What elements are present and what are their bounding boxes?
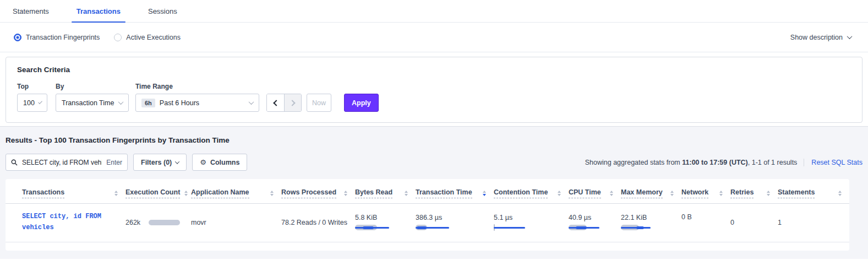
columns-button[interactable]: ⚙ Columns bbox=[192, 154, 247, 171]
radio-unselected-icon bbox=[114, 34, 122, 41]
sort-arrows-icon[interactable] bbox=[610, 191, 613, 196]
radio-selected-icon bbox=[14, 34, 21, 41]
radio-transaction-fingerprints[interactable]: Transaction Fingerprints bbox=[14, 34, 100, 41]
col-header-rows-processed[interactable]: Rows Processed bbox=[281, 179, 355, 204]
chevron-down-icon bbox=[175, 159, 179, 164]
stats-time-range: 11:00 to 17:59 (UTC) bbox=[682, 159, 747, 166]
by-select[interactable]: Transaction Time bbox=[56, 94, 129, 112]
by-select-value: Transaction Time bbox=[62, 99, 114, 107]
radio-active-executions[interactable]: Active Executions bbox=[114, 34, 181, 41]
view-toggle-bar: Transaction Fingerprints Active Executio… bbox=[0, 23, 868, 52]
sort-arrows-icon[interactable] bbox=[184, 191, 188, 196]
show-description-toggle[interactable]: Show description bbox=[790, 34, 851, 41]
results-heading: Results - Top 100 Transaction Fingerprin… bbox=[6, 136, 862, 144]
contention-time-value: 5.1 µs bbox=[494, 214, 561, 221]
search-criteria-title: Search Criteria bbox=[17, 66, 851, 74]
sort-arrows-icon[interactable] bbox=[670, 191, 674, 196]
top-label: Top bbox=[17, 83, 56, 90]
time-nav-group bbox=[266, 94, 302, 112]
sort-arrows-icon[interactable] bbox=[114, 191, 118, 196]
time-range-badge: 6h bbox=[141, 99, 155, 107]
page-tabbar: Statements Transactions Sessions bbox=[0, 0, 868, 23]
show-description-label: Show description bbox=[790, 34, 843, 41]
transactions-table: Transactions Execution Count Application… bbox=[6, 179, 849, 242]
tab-transactions[interactable]: Transactions bbox=[72, 0, 125, 22]
time-range-select[interactable]: 6h Past 6 Hours bbox=[135, 94, 259, 112]
radio-label: Transaction Fingerprints bbox=[26, 34, 100, 41]
max-memory-value: 22.1 KiB bbox=[621, 214, 674, 221]
contention-time-bar bbox=[494, 224, 525, 231]
transactions-table-card: Transactions Execution Count Application… bbox=[6, 179, 849, 251]
col-header-max-memory[interactable]: Max Memory bbox=[621, 179, 681, 204]
col-header-transactions[interactable]: Transactions bbox=[6, 179, 125, 204]
results-toolbar: Enter Filters (0) ⚙ Columns Showing aggr… bbox=[6, 154, 862, 171]
sort-arrows-icon[interactable] bbox=[838, 191, 842, 196]
statements-value: 1 bbox=[778, 204, 849, 242]
chevron-down-icon bbox=[847, 34, 853, 39]
bytes-read-value: 5.8 KiB bbox=[355, 214, 408, 221]
top-select-value: 100 bbox=[23, 99, 35, 107]
chevron-down-icon bbox=[249, 99, 254, 105]
chevron-right-icon bbox=[289, 100, 295, 106]
gear-icon: ⚙ bbox=[200, 159, 206, 166]
tab-statements[interactable]: Statements bbox=[8, 0, 54, 22]
sort-arrows-icon[interactable] bbox=[405, 191, 408, 196]
sort-arrows-icon[interactable] bbox=[719, 191, 723, 196]
retries-value: 0 bbox=[730, 204, 778, 242]
time-range-label: Time Range bbox=[135, 83, 266, 90]
sort-arrows-icon[interactable] bbox=[558, 191, 561, 196]
application-name-value: movr bbox=[191, 204, 281, 242]
transaction-time-bar bbox=[416, 224, 449, 231]
execution-count-value: 262k bbox=[125, 219, 140, 226]
search-criteria-section: Search Criteria Top 100 By Transaction T… bbox=[0, 52, 868, 126]
time-range-value: Past 6 Hours bbox=[160, 99, 199, 107]
reset-sql-stats-link[interactable]: Reset SQL Stats bbox=[804, 159, 862, 166]
col-header-contention-time[interactable]: Contention Time bbox=[494, 179, 569, 204]
top-select[interactable]: 100 bbox=[17, 94, 47, 112]
sort-arrows-icon[interactable] bbox=[270, 191, 274, 196]
transaction-time-value: 386.3 µs bbox=[416, 214, 486, 221]
search-enter-hint[interactable]: Enter bbox=[106, 159, 122, 166]
col-header-cpu-time[interactable]: CPU Time bbox=[569, 179, 621, 204]
col-header-network[interactable]: Network bbox=[681, 179, 730, 204]
time-prev-button[interactable] bbox=[267, 94, 284, 111]
table-row: SELECT city, id FROM vehicles 262k movr … bbox=[6, 204, 849, 242]
col-header-application-name[interactable]: Application Name bbox=[191, 179, 281, 204]
time-next-button[interactable] bbox=[284, 94, 301, 111]
cpu-time-value: 40.9 µs bbox=[569, 214, 613, 221]
sort-arrows-icon[interactable] bbox=[344, 191, 347, 196]
network-value: 0 B bbox=[681, 204, 730, 242]
cpu-time-bar bbox=[569, 224, 599, 231]
transaction-fingerprint-link[interactable]: SELECT city, id FROM vehicles bbox=[22, 212, 118, 234]
filters-button-label: Filters (0) bbox=[141, 159, 172, 166]
filters-button[interactable]: Filters (0) bbox=[133, 154, 187, 171]
by-label: By bbox=[56, 83, 135, 90]
results-section: Results - Top 100 Transaction Fingerprin… bbox=[0, 127, 868, 259]
now-button[interactable]: Now bbox=[307, 94, 331, 112]
sort-arrows-icon[interactable] bbox=[483, 191, 486, 196]
tab-sessions[interactable]: Sessions bbox=[143, 0, 182, 22]
search-box: Enter bbox=[6, 154, 128, 171]
chevron-down-icon bbox=[38, 100, 42, 104]
rows-processed-value: 78.2 Reads / 0 Writes bbox=[281, 204, 355, 242]
chevron-left-icon bbox=[273, 100, 279, 106]
aggregated-stats-text: Showing aggregated stats from 11:00 to 1… bbox=[585, 159, 798, 166]
col-header-execution-count[interactable]: Execution Count bbox=[125, 179, 191, 204]
chevron-down-icon bbox=[118, 99, 124, 105]
col-header-statements[interactable]: Statements bbox=[778, 179, 849, 204]
execution-count-bar bbox=[149, 219, 180, 226]
col-header-bytes-read[interactable]: Bytes Read bbox=[355, 179, 416, 204]
columns-button-label: Columns bbox=[210, 159, 239, 166]
search-icon bbox=[11, 159, 18, 166]
table-header-row: Transactions Execution Count Application… bbox=[6, 179, 849, 204]
sort-arrows-icon[interactable] bbox=[767, 191, 770, 196]
bytes-read-bar bbox=[355, 224, 389, 231]
max-memory-bar bbox=[621, 224, 651, 231]
search-criteria-card: Search Criteria Top 100 By Transaction T… bbox=[6, 57, 862, 123]
radio-label: Active Executions bbox=[126, 34, 181, 41]
col-header-retries[interactable]: Retries bbox=[730, 179, 778, 204]
col-header-transaction-time[interactable]: Transaction Time bbox=[416, 179, 494, 204]
search-input[interactable] bbox=[21, 158, 103, 167]
apply-button[interactable]: Apply bbox=[344, 94, 379, 112]
